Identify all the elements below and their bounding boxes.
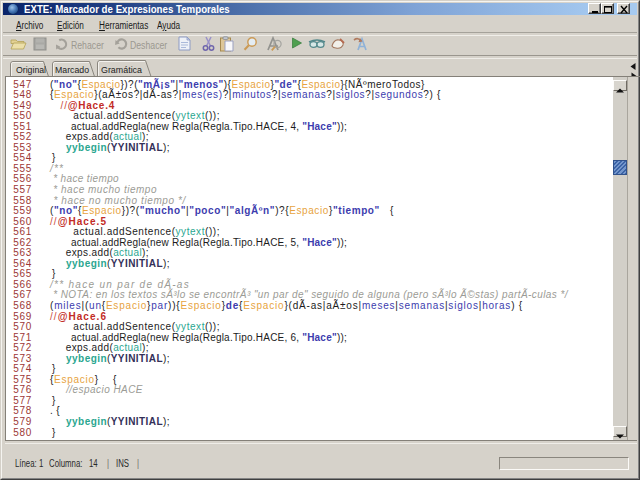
- svg-text:Gramática: Gramática: [101, 65, 143, 75]
- svg-text:Marcado: Marcado: [55, 65, 89, 75]
- svg-text:Original: Original: [16, 65, 46, 75]
